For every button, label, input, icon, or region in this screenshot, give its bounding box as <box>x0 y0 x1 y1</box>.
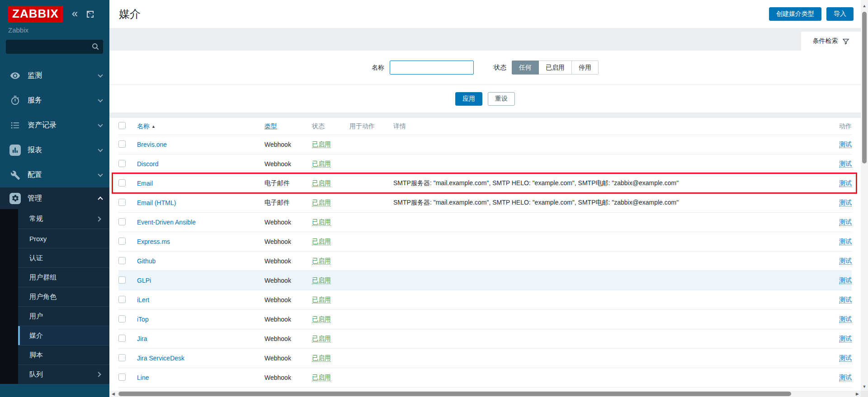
test-link[interactable]: 测试 <box>839 140 852 148</box>
row-checkbox[interactable] <box>118 335 126 342</box>
sidebar-item-proxy[interactable]: Proxy <box>18 229 109 248</box>
collapse-sidebar-icon[interactable]: « <box>72 8 78 19</box>
status-enabled-link[interactable]: 已启用 <box>312 335 331 342</box>
media-type-name-link[interactable]: Brevis.one <box>137 141 167 148</box>
test-link[interactable]: 测试 <box>839 315 852 323</box>
test-link[interactable]: 测试 <box>839 374 852 381</box>
media-type-name-link[interactable]: iTop <box>137 316 149 323</box>
row-checkbox[interactable] <box>118 160 126 167</box>
scroll-down-icon[interactable]: ▼ <box>861 384 868 389</box>
apply-button[interactable]: 应用 <box>455 92 482 106</box>
status-enabled-link[interactable]: 已启用 <box>312 374 331 381</box>
list-icon <box>9 120 21 131</box>
sidebar-search-input[interactable] <box>6 40 103 54</box>
row-checkbox[interactable] <box>118 315 126 322</box>
media-type-name-link[interactable]: GLPi <box>137 277 151 284</box>
test-link[interactable]: 测试 <box>839 238 852 245</box>
name-sort-link[interactable]: 名称 <box>137 122 150 130</box>
test-link[interactable]: 测试 <box>839 199 852 206</box>
import-button[interactable]: 导入 <box>826 7 854 21</box>
sidebar-item-inventory[interactable]: 资产记录 <box>0 113 109 138</box>
row-checkbox[interactable] <box>118 238 126 245</box>
type-sort-link[interactable]: 类型 <box>264 122 277 130</box>
row-checkbox[interactable] <box>118 276 126 284</box>
row-checkbox[interactable] <box>118 199 126 206</box>
vertical-scrollbar[interactable]: ▲ ▼ <box>861 0 868 397</box>
media-type-name-link[interactable]: Jira ServiceDesk <box>137 355 184 362</box>
status-enabled-link[interactable]: 已启用 <box>312 315 331 323</box>
test-link[interactable]: 测试 <box>839 296 852 304</box>
status-enabled-link[interactable]: 已启用 <box>312 199 331 206</box>
status-enabled-link[interactable]: 已启用 <box>312 179 331 187</box>
status-option-enabled[interactable]: 已启用 <box>539 61 572 75</box>
table-row: Email (HTML)电子邮件已启用SMTP服务器: "mail.exampl… <box>118 193 852 213</box>
media-type-name-link[interactable]: Email <box>137 180 153 187</box>
test-link[interactable]: 测试 <box>839 160 852 168</box>
sidebar-item-user-roles[interactable]: 用户角色 <box>18 287 109 306</box>
test-link[interactable]: 测试 <box>839 335 852 342</box>
select-all-checkbox[interactable] <box>118 122 126 129</box>
reset-button[interactable]: 重设 <box>488 92 515 106</box>
row-checkbox[interactable] <box>118 374 126 381</box>
status-option-any[interactable]: 任何 <box>512 61 539 75</box>
content-gap <box>109 112 861 118</box>
media-type-name-link[interactable]: Express.ms <box>137 238 170 245</box>
expand-sidebar-icon[interactable]: ↖ <box>87 11 94 18</box>
scroll-left-icon[interactable]: ◀ <box>112 392 115 396</box>
status-enabled-link[interactable]: 已启用 <box>312 276 331 284</box>
media-type-name-link[interactable]: iLert <box>137 296 149 304</box>
media-type-name-link[interactable]: Github <box>137 257 156 265</box>
status-enabled-link[interactable]: 已启用 <box>312 257 331 265</box>
media-type-name-link[interactable]: Jira <box>137 335 147 342</box>
status-option-disabled[interactable]: 停用 <box>572 61 599 75</box>
status-enabled-link[interactable]: 已启用 <box>312 160 331 168</box>
media-type-name-link[interactable]: Discord <box>137 160 158 168</box>
sidebar-item-users[interactable]: 用户 <box>18 306 109 326</box>
media-type-name-link[interactable]: Event-Driven Ansible <box>137 219 196 226</box>
row-checkbox[interactable] <box>118 179 126 187</box>
test-link[interactable]: 测试 <box>839 354 852 362</box>
status-enabled-link[interactable]: 已启用 <box>312 140 331 148</box>
media-type-kind: Webhook <box>264 141 312 148</box>
table-row: JiraWebhook已启用测试 <box>118 329 852 349</box>
sidebar-item-scripts[interactable]: 脚本 <box>18 345 109 364</box>
filter-tab[interactable]: 条件检索 <box>801 32 861 51</box>
test-link[interactable]: 测试 <box>839 218 852 226</box>
sidebar-item-authentication[interactable]: 认证 <box>18 248 109 267</box>
test-link[interactable]: 测试 <box>839 179 852 187</box>
row-checkbox[interactable] <box>118 354 126 361</box>
status-enabled-link[interactable]: 已启用 <box>312 354 331 362</box>
media-type-name-link[interactable]: Line <box>137 374 149 381</box>
create-media-type-button[interactable]: 创建媒介类型 <box>769 7 821 21</box>
horizontal-scrollbar-thumb[interactable] <box>118 392 791 396</box>
name-filter-input[interactable] <box>390 61 474 75</box>
header-select-all-cell <box>118 122 137 131</box>
status-enabled-link[interactable]: 已启用 <box>312 238 331 245</box>
row-checkbox[interactable] <box>118 296 126 303</box>
horizontal-scrollbar[interactable]: ◀ ▶ <box>109 391 861 397</box>
test-link[interactable]: 测试 <box>839 257 852 265</box>
row-checkbox[interactable] <box>118 140 126 148</box>
sidebar-item-queue[interactable]: 队列 <box>18 364 109 384</box>
filter-tab-strip: 条件检索 <box>109 28 861 51</box>
sidebar-item-administration[interactable]: 管理 <box>0 187 109 209</box>
sidebar-item-user-groups[interactable]: 用户群组 <box>18 267 109 287</box>
chevron-down-icon <box>98 97 103 102</box>
sidebar-item-monitoring[interactable]: 监测 <box>0 63 109 88</box>
sidebar-item-media-types[interactable]: 媒介 <box>18 326 109 345</box>
media-type-name-link[interactable]: Email (HTML) <box>137 199 176 206</box>
sidebar-item-general[interactable]: 常规 <box>18 209 109 229</box>
sidebar-item-configuration[interactable]: 配置 <box>0 163 109 187</box>
sidebar-item-services[interactable]: 服务 <box>0 88 109 113</box>
vertical-scrollbar-thumb[interactable] <box>862 12 867 163</box>
test-link[interactable]: 测试 <box>839 276 852 284</box>
row-checkbox-cell <box>118 315 137 324</box>
scroll-right-icon[interactable]: ▶ <box>856 392 859 396</box>
status-enabled-link[interactable]: 已启用 <box>312 218 331 226</box>
status-enabled-link[interactable]: 已启用 <box>312 296 331 304</box>
row-checkbox[interactable] <box>118 257 126 264</box>
scroll-up-icon[interactable]: ▲ <box>861 4 868 8</box>
row-checkbox[interactable] <box>118 218 126 225</box>
chevron-down-icon <box>98 72 103 77</box>
sidebar-item-reports[interactable]: 报表 <box>0 138 109 163</box>
